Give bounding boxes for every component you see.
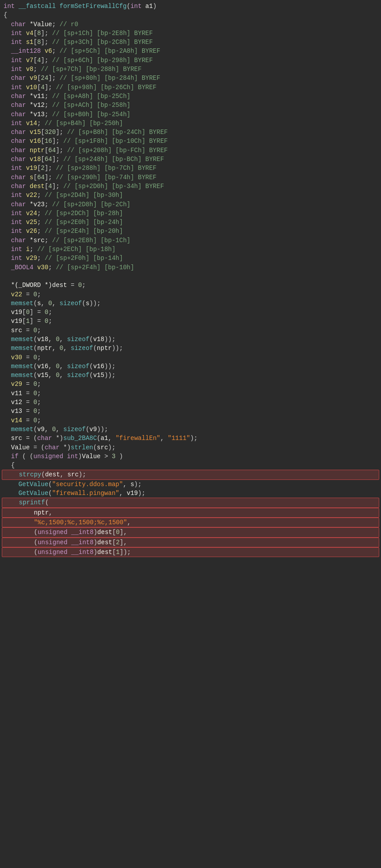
code-line: v14 = 0; <box>0 416 381 425</box>
code-line: int __fastcall formSetFirewallCfg(int a1… <box>0 2 381 11</box>
code-line: char v9[24]; // [sp+80h] [bp-284h] BYREF <box>0 74 381 82</box>
code-line: "%c,1500;%c,1500;%c,1500", <box>2 518 379 527</box>
code-line: v29 = 0; <box>0 380 381 389</box>
code-line: (unsigned __int8)dest[2], <box>2 538 379 547</box>
code-line: memset(s, 0, sizeof(s)); <box>0 299 381 308</box>
code-line: memset(v18, 0, sizeof(v18)); <box>0 335 381 344</box>
code-line: strcpy(dest, src); <box>2 470 379 479</box>
code-line: memset(v9, 0, sizeof(v9)); <box>0 425 381 434</box>
code-line: int v25; // [sp+2E0h] [bp-24h] <box>0 218 381 227</box>
code-line: char *v13; // [sp+B0h] [bp-254h] <box>0 110 381 119</box>
code-line: char v18[64]; // [sp+248h] [bp-BCh] BYRE… <box>0 155 381 164</box>
code-line: v19[1] = 0; <box>0 317 381 326</box>
code-line: char dest[4]; // [sp+2D0h] [bp-34h] BYRE… <box>0 182 381 191</box>
code-line: nptr, <box>2 508 379 518</box>
code-line: GetValue("firewall.pingwan", v19); <box>0 489 381 498</box>
code-line: { <box>0 11 381 20</box>
code-line: int v26; // [sp+2E4h] [bp-20h] <box>0 227 381 236</box>
code-line: char *Value; // r0 <box>0 20 381 29</box>
code-line: int v4[8]; // [sp+1Ch] [bp-2E8h] BYREF <box>0 29 381 38</box>
code-line: sprintf( <box>2 498 379 507</box>
code-line: int v24; // [sp+2DCh] [bp-28h] <box>0 209 381 218</box>
code-view: int __fastcall formSetFirewallCfg(int a1… <box>0 0 381 559</box>
code-line: int v14; // [sp+B4h] [bp-250h] <box>0 119 381 128</box>
code-line: char *v11; // [sp+A8h] [bp-25Ch] <box>0 92 381 101</box>
code-line: src = 0; <box>0 326 381 335</box>
code-line: Value = (char *)strlen(src); <box>0 443 381 452</box>
code-line: if ( (unsigned int)Value > 3 ) <box>0 452 381 461</box>
code-line: GetValue("security.ddos.map", s); <box>0 480 381 489</box>
code-line: v19[0] = 0; <box>0 308 381 317</box>
code-line: char *v12; // [sp+ACh] [bp-258h] <box>0 101 381 110</box>
code-line: { <box>0 461 381 470</box>
code-line: memset(nptr, 0, sizeof(nptr)); <box>0 344 381 353</box>
code-line: int v8; // [sp+7Ch] [bp-288h] BYREF <box>0 65 381 74</box>
code-line: src = (char *)sub_2BA8C(a1, "firewallEn"… <box>0 434 381 443</box>
code-line: int v22; // [sp+2D4h] [bp-30h] <box>0 191 381 200</box>
code-line: char nptr[64]; // [sp+208h] [bp-FCh] BYR… <box>0 146 381 155</box>
code-line: char v15[320]; // [sp+B8h] [bp-24Ch] BYR… <box>0 128 381 137</box>
code-line: *(_DWORD *)dest = 0; <box>0 281 381 290</box>
code-line: v12 = 0; <box>0 398 381 407</box>
code-line: memset(v16, 0, sizeof(v16)); <box>0 362 381 371</box>
code-line: memset(v15, 0, sizeof(v15)); <box>0 371 381 380</box>
code-line: (unsigned __int8)dest[1]); <box>2 547 379 557</box>
code-line: v30 = 0; <box>0 353 381 362</box>
code-line: int v29; // [sp+2F0h] [bp-14h] <box>0 254 381 263</box>
code-line: char *src; // [sp+2E8h] [bp-1Ch] <box>0 236 381 245</box>
code-line <box>0 272 381 281</box>
code-line: char *v23; // [sp+2D8h] [bp-2Ch] <box>0 200 381 209</box>
code-line: v11 = 0; <box>0 389 381 398</box>
code-line: int v19[2]; // [sp+288h] [bp-7Ch] BYREF <box>0 164 381 173</box>
code-line: __int128 v6; // [sp+5Ch] [bp-2A8h] BYREF <box>0 47 381 55</box>
code-line: int v10[4]; // [sp+98h] [bp-26Ch] BYREF <box>0 83 381 92</box>
code-line: (unsigned __int8)dest[0], <box>2 527 379 537</box>
code-line: _BOOL4 v30; // [sp+2F4h] [bp-10h] <box>0 263 381 272</box>
code-line: int i; // [sp+2ECh] [bp-18h] <box>0 245 381 254</box>
code-line: int s1[8]; // [sp+3Ch] [bp-2C8h] BYREF <box>0 38 381 47</box>
code-line: char s[64]; // [sp+290h] [bp-74h] BYREF <box>0 173 381 182</box>
code-line: char v16[16]; // [sp+1F8h] [bp-10Ch] BYR… <box>0 137 381 145</box>
code-line: v13 = 0; <box>0 407 381 416</box>
code-line: v22 = 0; <box>0 290 381 299</box>
code-line: int v7[4]; // [sp+6Ch] [bp-298h] BYREF <box>0 56 381 65</box>
